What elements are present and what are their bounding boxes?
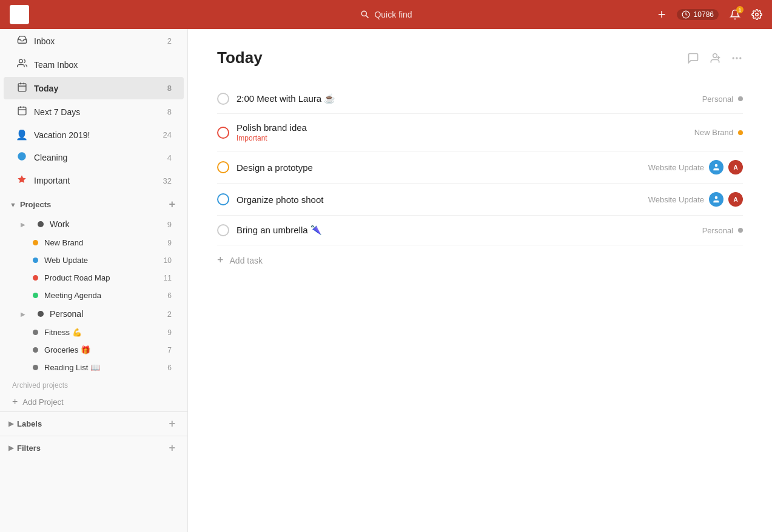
sidebar-item-fitness[interactable]: Fitness 💪 9 xyxy=(4,324,184,341)
cleaning-label: Cleaning xyxy=(34,153,161,162)
work-chevron-icon: ▶ xyxy=(21,221,32,228)
sidebar-item-web-update[interactable]: Web Update 10 xyxy=(4,252,184,268)
svg-point-7 xyxy=(19,59,22,63)
topnav-actions: + 10786 1 xyxy=(658,7,762,22)
sidebar-item-personal[interactable]: ▶ Personal 2 xyxy=(4,305,184,323)
sidebar-item-important[interactable]: Important 32 xyxy=(4,170,184,191)
svg-point-20 xyxy=(733,57,734,59)
groceries-dot xyxy=(33,347,38,353)
web-update-count: 10 xyxy=(164,256,172,265)
labels-label: Labels xyxy=(17,419,165,428)
avatar: A xyxy=(728,160,743,175)
svg-point-6 xyxy=(756,13,759,16)
main-actions xyxy=(687,52,743,64)
svg-rect-0 xyxy=(14,10,25,12)
add-member-button[interactable] xyxy=(709,52,721,64)
task-meta: Personal xyxy=(702,226,743,235)
fitness-label: Fitness 💪 xyxy=(44,328,161,337)
filters-add-icon[interactable]: + xyxy=(169,442,175,454)
timer-counter[interactable]: 10786 xyxy=(677,9,719,20)
sidebar-item-groceries[interactable]: Groceries 🎁 7 xyxy=(4,342,184,358)
sidebar-item-reading-list[interactable]: Reading List 📖 6 xyxy=(4,359,184,376)
groceries-label: Groceries 🎁 xyxy=(44,345,161,354)
sidebar-item-cleaning[interactable]: Cleaning 4 xyxy=(4,147,184,168)
task-meta: Personal xyxy=(702,95,743,104)
task-project-dot xyxy=(738,96,743,101)
add-project-icon[interactable]: + xyxy=(169,198,175,211)
more-options-button[interactable] xyxy=(731,52,743,64)
sidebar-item-vacation[interactable]: 👤 Vacation 2019! 24 xyxy=(4,124,184,145)
task-checkbox[interactable] xyxy=(217,127,229,139)
projects-section-header[interactable]: ▼ Projects + xyxy=(0,192,187,214)
filters-label: Filters xyxy=(17,444,165,453)
table-row: Design a prototype Website Update A xyxy=(217,151,743,184)
sidebar-item-meeting-agenda[interactable]: Meeting Agenda 6 xyxy=(4,287,184,304)
svg-point-24 xyxy=(715,196,718,199)
add-task-button[interactable]: + Add task xyxy=(217,245,743,275)
search-placeholder: Quick find xyxy=(374,10,412,19)
filters-chevron-icon: ▶ xyxy=(8,444,13,452)
sidebar-item-inbox[interactable]: Inbox 2 xyxy=(4,30,184,52)
svg-rect-1 xyxy=(14,13,22,15)
today-label: Today xyxy=(34,84,161,93)
archived-projects-label[interactable]: Archived projects xyxy=(0,376,187,392)
sidebar-item-work[interactable]: ▶ Work 9 xyxy=(4,215,184,233)
task-name: 2:00 Meet with Laura ☕ xyxy=(237,93,695,104)
sidebar-item-today[interactable]: Today 8 xyxy=(4,77,184,99)
svg-point-23 xyxy=(715,164,718,167)
add-project-button[interactable]: + Add Project xyxy=(0,392,187,411)
task-content: Bring an umbrella 🌂 xyxy=(237,225,695,236)
sidebar-item-new-brand[interactable]: New Brand 9 xyxy=(4,234,184,251)
search-bar[interactable]: Quick find xyxy=(360,10,412,19)
fitness-dot xyxy=(33,330,38,335)
web-update-dot xyxy=(33,258,38,263)
next7-label: Next 7 Days xyxy=(34,107,161,117)
reading-list-label: Reading List 📖 xyxy=(44,363,161,372)
task-name: Bring an umbrella 🌂 xyxy=(237,225,695,236)
add-project-plus-icon: + xyxy=(12,396,18,407)
sidebar-item-team-inbox[interactable]: Team Inbox xyxy=(4,53,184,76)
labels-add-icon[interactable]: + xyxy=(169,417,175,430)
svg-rect-8 xyxy=(18,84,26,91)
task-project-dot xyxy=(738,130,743,135)
vacation-label: Vacation 2019! xyxy=(34,130,157,140)
reading-list-dot xyxy=(33,365,38,370)
filters-section-header[interactable]: ▶ Filters + xyxy=(0,436,187,460)
work-label: Work xyxy=(50,219,161,229)
svg-rect-2 xyxy=(14,17,24,19)
table-row: 2:00 Meet with Laura ☕ Personal xyxy=(217,84,743,114)
page-title: Today xyxy=(217,48,687,67)
svg-point-22 xyxy=(739,57,741,59)
svg-rect-12 xyxy=(18,107,26,115)
meeting-agenda-count: 6 xyxy=(167,291,172,300)
notifications-button[interactable]: 1 xyxy=(730,9,740,20)
task-project: Website Update xyxy=(648,163,704,172)
task-content: Organize photo shoot xyxy=(237,195,641,205)
task-name: Organize photo shoot xyxy=(237,195,641,205)
avatar xyxy=(709,160,723,175)
new-brand-label: New Brand xyxy=(44,238,161,247)
svg-point-21 xyxy=(736,57,737,59)
sidebar-item-next7days[interactable]: Next 7 Days 8 xyxy=(4,101,184,123)
task-project: Personal xyxy=(702,95,733,104)
table-row: Polish brand idea Important New Brand xyxy=(217,114,743,151)
sidebar-item-product-road-map[interactable]: Product Road Map 11 xyxy=(4,270,184,286)
app-logo[interactable] xyxy=(10,5,29,24)
task-checkbox[interactable] xyxy=(217,224,229,236)
product-road-map-dot xyxy=(33,275,38,281)
task-checkbox[interactable] xyxy=(217,93,229,105)
reading-list-count: 6 xyxy=(167,364,172,372)
vacation-count: 24 xyxy=(163,130,172,139)
settings-button[interactable] xyxy=(751,9,762,20)
comment-button[interactable] xyxy=(687,52,699,64)
task-checkbox[interactable] xyxy=(217,161,229,173)
new-brand-dot xyxy=(33,240,38,245)
today-count: 8 xyxy=(167,84,172,93)
important-icon xyxy=(16,175,28,187)
groceries-count: 7 xyxy=(167,346,172,354)
task-checkbox[interactable] xyxy=(217,193,229,205)
add-button[interactable]: + xyxy=(658,7,666,22)
web-update-label: Web Update xyxy=(44,256,158,265)
labels-section-header[interactable]: ▶ Labels + xyxy=(0,411,187,436)
work-dot xyxy=(38,221,44,227)
